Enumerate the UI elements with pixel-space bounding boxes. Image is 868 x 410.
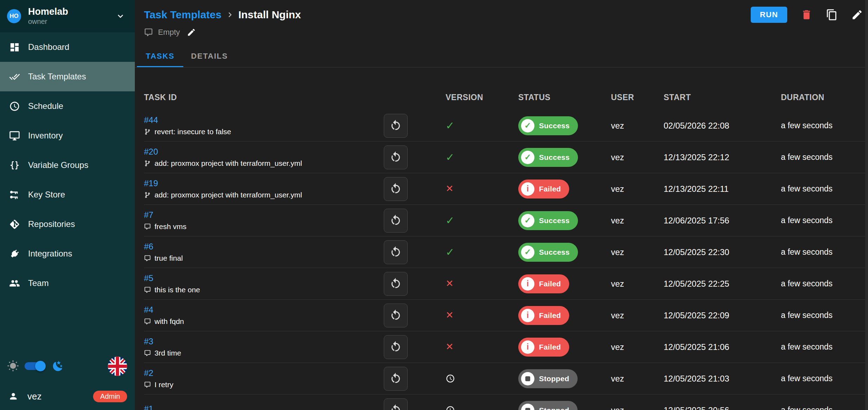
project-name: Homelab [28,7,115,17]
pencil-icon[interactable] [851,9,863,21]
sidebar-item-team[interactable]: Team [0,268,135,298]
duration-cell: a few seconds [781,216,868,225]
message-text: fresh vms [154,222,186,231]
sidebar-item-task-templates[interactable]: Task Templates [0,62,135,91]
edit-description-pencil-icon[interactable] [187,28,196,37]
task-history-table: #44 revert: insecure to false ✓ ✓ Succes… [144,110,868,410]
status-cell: ✓ Success [514,211,611,230]
duration-cell: a few seconds [781,152,868,162]
table-row: #5 this is the one ✕ i Failed vez 12/05/… [144,268,868,300]
user-cell: vez [611,152,664,162]
start-cell: 12/05/2025 22:09 [664,311,781,320]
copy-icon[interactable] [826,9,838,21]
retry-task-button[interactable] [384,272,408,296]
message-text: true final [154,254,183,262]
task-message: true final [144,254,384,262]
sidebar-item-variable-groups[interactable]: Variable Groups [0,150,135,180]
code-braces-icon [8,159,20,171]
breadcrumb-parent-link[interactable]: Task Templates [144,9,222,21]
status-label: Success [539,216,570,225]
status-label: Success [539,153,570,162]
comment-icon [144,318,151,325]
tab-details[interactable]: DETAILS [183,46,236,67]
page-title: Install Nginx [238,9,301,21]
comment-icon [144,255,151,262]
col-duration: DURATION [781,93,868,110]
retry-task-button[interactable] [384,177,408,201]
retry-task-button[interactable] [384,209,408,233]
sidebar-item-key-store[interactable]: Key Store [0,180,135,209]
app-window: HO Homelab owner DashboardTask Templates… [0,0,868,410]
tab-tasks[interactable]: TASKS [137,46,183,67]
dashboard-icon [8,41,20,53]
version-ok-icon: ✓ [446,215,454,226]
version-cell: ✓ [441,152,514,163]
account-icon [8,391,18,401]
sidebar-item-repositories[interactable]: Repositories [0,209,135,239]
retry-task-button[interactable] [384,367,408,391]
version-cell: ✕ [441,184,514,194]
task-id-link[interactable]: #4 [144,305,153,315]
status-icon: ✓ [521,119,534,132]
status-cell: i Failed [514,274,611,293]
status-label: Failed [539,280,561,288]
dark-mode-toggle[interactable] [25,361,45,371]
start-cell: 12/05/2025 22:25 [664,279,781,289]
retry-task-button[interactable] [384,304,408,327]
task-id-link[interactable]: #3 [144,337,153,346]
task-id-link[interactable]: #1 [144,404,153,410]
run-button[interactable]: RUN [751,7,787,23]
user-row[interactable]: vez Admin [0,383,135,410]
table-row: #1 Stopped vez 12/05/2025 20:56 a few se… [144,395,868,410]
message-text: with fqdn [154,317,184,326]
retry-task-button[interactable] [384,145,408,169]
duration-cell: a few seconds [781,121,868,130]
project-role: owner [28,18,115,26]
sidebar-item-dashboard[interactable]: Dashboard [0,32,135,62]
task-cell: #19 add: proxmox project with terraform_… [144,178,384,199]
table-row: #2 I retry Stopped vez 12/05/2025 21:03 … [144,363,868,395]
status-icon [521,404,534,410]
retry-cell [384,367,441,391]
delete-icon[interactable] [801,9,813,21]
task-id-link[interactable]: #44 [144,115,158,125]
status-label: Success [539,122,570,130]
sidebar-item-label: Inventory [28,131,63,141]
sidebar-item-integrations[interactable]: Integrations [0,239,135,268]
comment-icon [144,28,153,37]
uk-flag-icon[interactable] [108,357,127,376]
retry-task-button[interactable] [384,335,408,359]
task-id-link[interactable]: #20 [144,147,158,157]
start-cell: 12/05/2025 20:56 [664,405,781,410]
user-cell: vez [611,374,664,384]
col-retry [384,102,441,110]
table-row: #3 3rd time ✕ i Failed vez 12/05/2025 21… [144,331,868,363]
user-cell: vez [611,279,664,289]
table-row: #19 add: proxmox project with terraform_… [144,173,868,205]
task-message: I retry [144,380,384,389]
scrollbar[interactable] [865,0,868,410]
task-id-link[interactable]: #2 [144,368,153,378]
task-id-link[interactable]: #7 [144,210,153,220]
project-selector[interactable]: HO Homelab owner [0,0,135,32]
retry-cell [384,272,441,296]
task-id-link[interactable]: #5 [144,273,153,283]
user-cell: vez [611,405,664,410]
version-fail-icon: ✕ [446,341,454,352]
task-cell: #4 with fqdn [144,305,384,326]
version-cell: ✕ [441,342,514,352]
retry-task-button[interactable] [384,398,408,410]
retry-task-button[interactable] [384,114,408,138]
git-icon [8,218,20,230]
sidebar-item-schedule[interactable]: Schedule [0,91,135,121]
sidebar-item-inventory[interactable]: Inventory [0,121,135,150]
task-id-link[interactable]: #6 [144,242,153,252]
status-badge: i Failed [518,180,569,199]
status-badge: Stopped [518,401,578,410]
task-id-link[interactable]: #19 [144,178,158,188]
version-cell: ✕ [441,279,514,288]
start-cell: 12/13/2025 22:12 [664,152,781,162]
version-fail-icon: ✕ [446,310,454,320]
retry-task-button[interactable] [384,240,408,264]
task-cell: #6 true final [144,242,384,262]
